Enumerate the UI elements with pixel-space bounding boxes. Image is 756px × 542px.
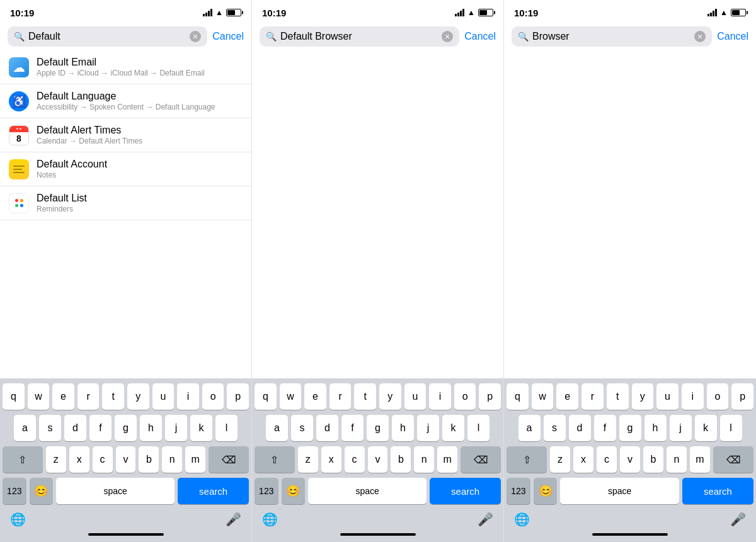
clear-button[interactable] (694, 31, 706, 42)
num-key[interactable]: 123 (255, 478, 278, 504)
key-q[interactable]: q (507, 383, 529, 410)
result-item[interactable]: ♿Default LanguageAccessibility → Spoken … (0, 84, 251, 118)
key-i[interactable]: i (429, 383, 451, 410)
space-key[interactable]: space (560, 478, 679, 504)
key-f[interactable]: f (89, 415, 112, 441)
key-x[interactable]: x (321, 446, 341, 473)
result-item[interactable]: ☁Default EmailApple ID → iCloud → iCloud… (0, 50, 251, 84)
key-h[interactable]: h (644, 415, 667, 441)
search-input[interactable]: Default (28, 31, 186, 42)
key-u[interactable]: u (152, 383, 175, 410)
key-y[interactable]: y (127, 383, 149, 410)
key-z[interactable]: z (46, 446, 66, 473)
mic-icon[interactable]: 🎤 (730, 512, 746, 527)
key-l[interactable]: l (215, 415, 238, 441)
key-c[interactable]: c (93, 446, 113, 473)
key-e[interactable]: e (304, 383, 326, 410)
cancel-button[interactable]: Cancel (464, 31, 496, 42)
clear-button[interactable] (442, 31, 453, 42)
key-w[interactable]: w (532, 383, 554, 410)
search-key[interactable]: search (178, 478, 249, 504)
globe-icon[interactable]: 🌐 (10, 512, 26, 527)
key-y[interactable]: y (379, 383, 401, 410)
key-j[interactable]: j (165, 415, 187, 441)
key-z[interactable]: z (550, 446, 570, 473)
emoji-key[interactable]: 😊 (30, 478, 54, 504)
key-m[interactable]: m (690, 446, 710, 473)
key-w[interactable]: w (280, 383, 302, 410)
key-y[interactable]: y (632, 383, 654, 410)
key-u[interactable]: u (404, 383, 427, 410)
globe-icon[interactable]: 🌐 (514, 512, 530, 527)
space-key[interactable]: space (308, 478, 427, 504)
search-input-wrap[interactable]: 🔍Default Browser (260, 26, 459, 47)
key-t[interactable]: t (607, 383, 629, 410)
shift-key[interactable]: ⇧ (3, 446, 43, 473)
key-d[interactable]: d (64, 415, 86, 441)
key-q[interactable]: q (3, 383, 25, 410)
mic-icon[interactable]: 🎤 (478, 512, 493, 527)
search-key[interactable]: search (682, 478, 753, 504)
key-r[interactable]: r (77, 383, 100, 410)
key-r[interactable]: r (581, 383, 604, 410)
key-v[interactable]: v (116, 446, 136, 473)
num-key[interactable]: 123 (3, 478, 26, 504)
search-input-wrap[interactable]: 🔍Browser (512, 26, 712, 47)
key-b[interactable]: b (139, 446, 159, 473)
backspace-key[interactable]: ⌫ (209, 446, 249, 473)
globe-icon[interactable]: 🌐 (262, 512, 278, 527)
key-v[interactable]: v (368, 446, 388, 473)
key-q[interactable]: q (255, 383, 277, 410)
key-o[interactable]: o (202, 383, 224, 410)
key-j[interactable]: j (417, 415, 439, 441)
emoji-key[interactable]: 😊 (534, 478, 558, 504)
cancel-button[interactable]: Cancel (212, 31, 244, 42)
key-n[interactable]: n (414, 446, 434, 473)
key-o[interactable]: o (707, 383, 729, 410)
key-i[interactable]: i (682, 383, 704, 410)
key-g[interactable]: g (619, 415, 641, 441)
key-d[interactable]: d (569, 415, 591, 441)
space-key[interactable]: space (56, 478, 175, 504)
key-l[interactable]: l (720, 415, 742, 441)
search-input[interactable]: Default Browser (280, 31, 438, 42)
key-e[interactable]: e (556, 383, 578, 410)
key-z[interactable]: z (298, 446, 318, 473)
key-f[interactable]: f (594, 415, 616, 441)
key-r[interactable]: r (329, 383, 352, 410)
result-item[interactable]: Default ListReminders (0, 186, 251, 220)
clear-button[interactable] (190, 31, 201, 42)
emoji-key[interactable]: 😊 (282, 478, 306, 504)
key-n[interactable]: n (162, 446, 182, 473)
key-k[interactable]: k (695, 415, 717, 441)
key-m[interactable]: m (185, 446, 205, 473)
key-g[interactable]: g (367, 415, 389, 441)
key-i[interactable]: i (177, 383, 199, 410)
key-g[interactable]: g (115, 415, 137, 441)
shift-key[interactable]: ⇧ (255, 446, 295, 473)
key-b[interactable]: b (643, 446, 663, 473)
key-p[interactable]: p (227, 383, 249, 410)
key-s[interactable]: s (39, 415, 61, 441)
backspace-key[interactable]: ⌫ (713, 446, 753, 473)
key-w[interactable]: w (28, 383, 50, 410)
key-a[interactable]: a (518, 415, 541, 441)
key-s[interactable]: s (544, 415, 566, 441)
search-input-wrap[interactable]: 🔍Default (8, 26, 207, 47)
key-k[interactable]: k (442, 415, 464, 441)
result-item[interactable]: Default AccountNotes (0, 152, 251, 186)
key-m[interactable]: m (437, 446, 457, 473)
key-d[interactable]: d (316, 415, 338, 441)
result-item[interactable]: 8 Default Alert TimesCalendar → Default … (0, 118, 251, 152)
key-l[interactable]: l (467, 415, 490, 441)
key-j[interactable]: j (670, 415, 692, 441)
key-o[interactable]: o (454, 383, 476, 410)
key-t[interactable]: t (102, 383, 124, 410)
key-b[interactable]: b (391, 446, 411, 473)
key-f[interactable]: f (341, 415, 364, 441)
shift-key[interactable]: ⇧ (507, 446, 547, 473)
mic-icon[interactable]: 🎤 (226, 512, 241, 527)
key-p[interactable]: p (479, 383, 501, 410)
key-h[interactable]: h (140, 415, 162, 441)
key-h[interactable]: h (392, 415, 414, 441)
